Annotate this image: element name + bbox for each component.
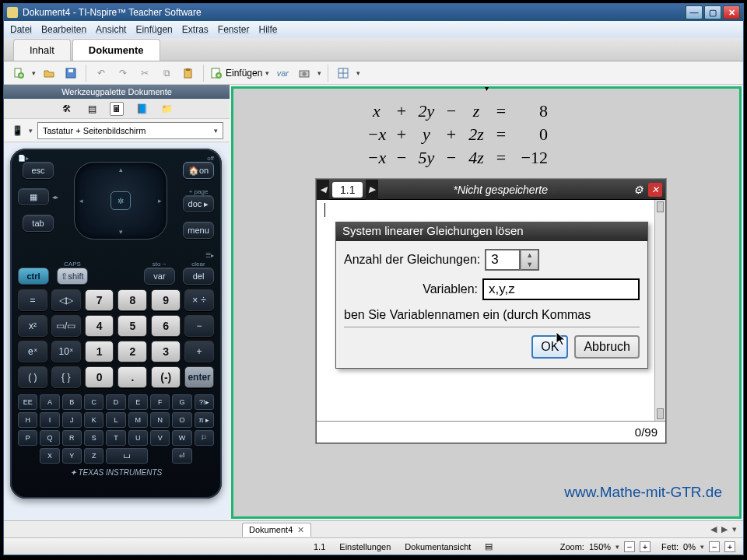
w-key[interactable]: W [172, 430, 191, 446]
num-4[interactable]: 4 [85, 315, 114, 337]
save-button[interactable] [62, 65, 79, 82]
doc-tab-close[interactable]: ✕ [297, 525, 304, 535]
pi-key[interactable]: π ▸ [195, 412, 214, 428]
layout-button[interactable] [335, 65, 352, 82]
redo-button[interactable]: ↷ [114, 65, 132, 82]
spin-down-icon[interactable]: ▼ [521, 260, 538, 269]
hh-prev-button[interactable]: ◀ [317, 180, 329, 200]
bold-inc-button[interactable]: + [724, 541, 735, 552]
doc-tab[interactable]: Dokument4 ✕ [242, 523, 311, 537]
menu-hilfe[interactable]: Hilfe [259, 24, 278, 35]
handheld-icon[interactable]: 📱 [10, 124, 24, 138]
new-doc-dropdown[interactable]: ▾ [32, 69, 36, 77]
num-dot[interactable]: . [117, 366, 147, 388]
status-settings[interactable]: Einstellungen [339, 542, 391, 551]
menu-einfuegen[interactable]: Einfügen [135, 24, 172, 35]
frac-key[interactable]: ▭/▭ [51, 315, 81, 337]
num-9[interactable]: 9 [151, 289, 181, 311]
ok-button[interactable]: OK [531, 335, 568, 359]
layout-dropdown[interactable]: ▾ [356, 69, 360, 77]
enter-key[interactable]: enter [184, 366, 214, 388]
chevron-down-icon[interactable]: ▾ [29, 127, 33, 135]
l-key[interactable]: L [106, 412, 125, 428]
y-key[interactable]: Y [62, 448, 82, 464]
f-key[interactable]: F [150, 394, 170, 410]
plus-key[interactable]: + [184, 341, 214, 362]
hh-scrollbar[interactable] [654, 200, 665, 421]
e-key[interactable]: E [128, 394, 148, 410]
status-view[interactable]: Dokumentansicht [405, 542, 471, 551]
var-key[interactable]: var [144, 268, 175, 285]
status-view-icon[interactable]: ▤ [485, 541, 493, 551]
num-8[interactable]: 8 [117, 289, 147, 311]
doc-key[interactable]: doc ▸ [183, 195, 214, 212]
k-key[interactable]: K [84, 412, 103, 428]
ex-key[interactable]: eˣ [18, 341, 47, 362]
ctrl-key[interactable]: ctrl [18, 268, 49, 285]
i-key[interactable]: I [40, 412, 59, 428]
p-key[interactable]: P [18, 430, 37, 446]
count-spinner[interactable]: 3 ▲▼ [485, 249, 539, 271]
camera-dropdown[interactable]: ▾ [317, 69, 321, 77]
zoom-in-button[interactable]: + [640, 541, 651, 552]
scratch-key[interactable]: ▦ [18, 188, 49, 205]
doc-prev-icon[interactable]: ◀ [710, 524, 717, 534]
menu-bearbeiten[interactable]: Bearbeiten [41, 24, 86, 35]
flag-key[interactable]: ⚐ [195, 430, 214, 446]
menu-key[interactable]: menu [183, 222, 214, 239]
touchpad-click-icon[interactable]: ✲ [110, 191, 131, 210]
bold-dropdown[interactable]: ▾ [700, 543, 704, 551]
eq-key[interactable]: = [18, 289, 47, 311]
tab-key[interactable]: tab [23, 215, 54, 232]
tenx-key[interactable]: 10ˣ [51, 341, 81, 362]
new-doc-button[interactable] [10, 65, 27, 82]
zoom-out-button[interactable]: − [624, 541, 635, 552]
num-7[interactable]: 7 [85, 289, 114, 311]
copy-button[interactable]: ⧉ [158, 65, 175, 82]
var-button[interactable]: var [274, 65, 291, 82]
doc-list-icon[interactable]: ▾ [732, 524, 737, 534]
c-key[interactable]: C [84, 394, 103, 410]
library-icon[interactable]: 📘 [135, 102, 149, 116]
hh-page-tab[interactable]: 1.1 [332, 182, 363, 198]
del-key[interactable]: del [183, 268, 214, 285]
num-5[interactable]: 5 [117, 315, 147, 337]
b-key[interactable]: B [62, 394, 82, 410]
j-key[interactable]: J [62, 412, 82, 428]
x2-key[interactable]: x² [18, 315, 47, 337]
space-key[interactable]: ⌴ [106, 448, 148, 464]
num-3[interactable]: 3 [151, 341, 181, 362]
bold-dec-button[interactable]: − [709, 541, 720, 552]
close-button[interactable]: ✕ [723, 5, 740, 19]
mul-div-key[interactable]: ×÷ [184, 289, 214, 311]
spinner-buttons[interactable]: ▲▼ [521, 249, 539, 271]
tab-dokumente[interactable]: Dokumente [72, 39, 160, 61]
insert-menu[interactable]: Einfügen ▾ [210, 67, 269, 79]
tools-icon[interactable]: 🛠 [60, 102, 74, 116]
a-key[interactable]: A [40, 394, 59, 410]
num-6[interactable]: 6 [151, 315, 181, 337]
r-key[interactable]: R [62, 430, 82, 446]
pagesorter-icon[interactable]: ▤ [85, 102, 99, 116]
spin-up-icon[interactable]: ▲ [521, 250, 538, 260]
on-key[interactable]: 🏠on [183, 162, 214, 179]
vars-input[interactable]: x,y,z [482, 278, 640, 300]
undo-button[interactable]: ↶ [93, 65, 110, 82]
num-neg[interactable]: (-) [151, 366, 181, 388]
t-key[interactable]: T [106, 430, 125, 446]
count-value[interactable]: 3 [485, 249, 521, 271]
z-key[interactable]: Z [84, 448, 103, 464]
tab-inhalt[interactable]: Inhalt [13, 39, 71, 61]
minus-key[interactable]: − [184, 315, 214, 337]
hh-body[interactable]: System linearer Gleichungen lösen Anzahl… [317, 200, 665, 421]
scroll-up-icon[interactable] [657, 201, 664, 212]
view-mode-combo[interactable]: Tastatur + Seitenbildschirm ▾ [37, 122, 223, 139]
n-key[interactable]: N [150, 412, 170, 428]
shift-key[interactable]: ⇧shift [57, 268, 88, 285]
cut-button[interactable]: ✂ [136, 65, 153, 82]
scroll-down-icon[interactable] [657, 408, 664, 419]
keypad-icon[interactable]: 🖩 [110, 102, 124, 116]
return-key[interactable]: ⏎ [172, 448, 191, 464]
cancel-button[interactable]: Abbruch [574, 335, 640, 359]
hh-next-button[interactable]: ▶ [366, 180, 378, 200]
